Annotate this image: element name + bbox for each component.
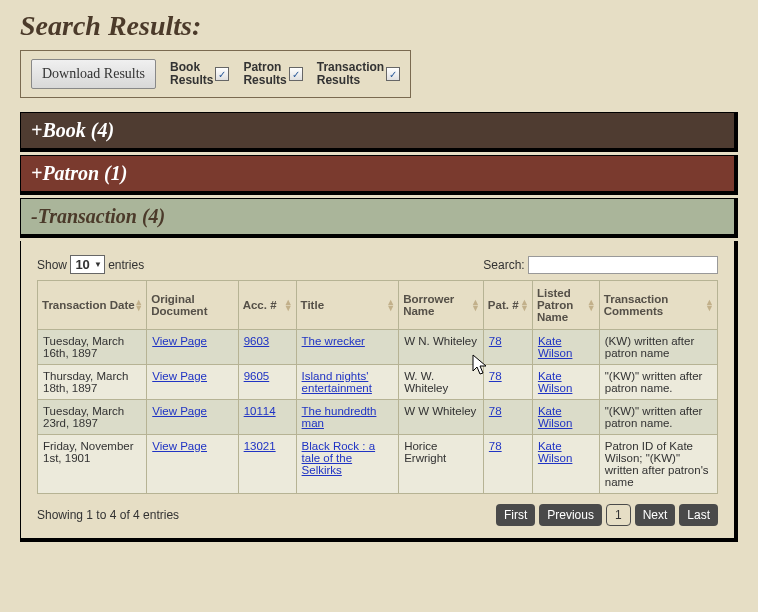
cell-comments: (KW) written after patron name [599, 330, 717, 365]
page-current[interactable]: 1 [606, 504, 631, 526]
cell-comments: Patron ID of Kate Wilson; "(KW)" written… [599, 435, 717, 494]
col-transaction-date[interactable]: Transaction Date▲▼ [38, 281, 147, 330]
book-results-checkbox[interactable]: ✓ [215, 67, 229, 81]
view-page-link[interactable]: View Page [152, 440, 207, 452]
page-first-button[interactable]: First [496, 504, 535, 526]
title-link[interactable]: Black Rock : a tale of the Selkirks [302, 440, 376, 476]
cell-borrower: W W Whiteley [399, 400, 484, 435]
col-borrower-name[interactable]: Borrower Name▲▼ [399, 281, 484, 330]
transactions-table: Transaction Date▲▼ Original Document Acc… [37, 280, 718, 494]
col-title[interactable]: Title▲▼ [296, 281, 399, 330]
patron-results-checkbox[interactable]: ✓ [289, 67, 303, 81]
sort-icon: ▲▼ [587, 299, 596, 311]
listed-patron-link[interactable]: Kate Wilson [538, 335, 573, 359]
entries-length-control: Show 10 entries [37, 255, 144, 274]
sort-icon: ▲▼ [134, 299, 143, 311]
table-row: Thursday, March 18th, 1897View Page9605I… [38, 365, 718, 400]
page-last-button[interactable]: Last [679, 504, 718, 526]
transaction-results-checkbox[interactable]: ✓ [386, 67, 400, 81]
acc-link[interactable]: 10114 [244, 405, 276, 417]
page-previous-button[interactable]: Previous [539, 504, 602, 526]
col-listed-patron-name[interactable]: Listed Patron Name▲▼ [532, 281, 599, 330]
col-original-document[interactable]: Original Document [147, 281, 238, 330]
sort-icon: ▲▼ [705, 299, 714, 311]
table-row: Tuesday, March 16th, 1897View Page9603Th… [38, 330, 718, 365]
sort-icon: ▲▼ [284, 299, 293, 311]
search-label: Search: [483, 258, 524, 272]
cell-borrower: Horice Erwright [399, 435, 484, 494]
show-label: Show [37, 258, 67, 272]
view-page-link[interactable]: View Page [152, 335, 207, 347]
accordion-transaction-header[interactable]: -Transaction (4) [20, 198, 738, 238]
table-info: Showing 1 to 4 of 4 entries [37, 508, 179, 522]
transaction-panel: Show 10 entries Search: Transaction Date… [20, 241, 738, 542]
download-results-button[interactable]: Download Results [31, 59, 156, 89]
sort-icon: ▲▼ [471, 299, 480, 311]
patron-number-link[interactable]: 78 [489, 370, 502, 382]
view-page-link[interactable]: View Page [152, 370, 207, 382]
acc-link[interactable]: 13021 [244, 440, 276, 452]
page-next-button[interactable]: Next [635, 504, 676, 526]
title-link[interactable]: The hundredth man [302, 405, 377, 429]
cell-date: Thursday, March 18th, 1897 [38, 365, 147, 400]
table-row: Tuesday, March 23rd, 1897View Page10114T… [38, 400, 718, 435]
cell-comments: "(KW)" written after patron name. [599, 400, 717, 435]
title-link[interactable]: The wrecker [302, 335, 365, 347]
transaction-results-label: Transaction Results [317, 61, 384, 87]
table-row: Friday, November 1st, 1901View Page13021… [38, 435, 718, 494]
acc-link[interactable]: 9603 [244, 335, 270, 347]
col-patron-number[interactable]: Pat. #▲▼ [483, 281, 532, 330]
cell-date: Tuesday, March 16th, 1897 [38, 330, 147, 365]
patron-number-link[interactable]: 78 [489, 405, 502, 417]
book-results-label: Book Results [170, 61, 213, 87]
acc-link[interactable]: 9605 [244, 370, 270, 382]
accordion-patron-header[interactable]: +Patron (1) [20, 155, 738, 195]
sort-icon: ▲▼ [386, 299, 395, 311]
listed-patron-link[interactable]: Kate Wilson [538, 370, 573, 394]
search-input[interactable] [528, 256, 718, 274]
patron-number-link[interactable]: 78 [489, 440, 502, 452]
listed-patron-link[interactable]: Kate Wilson [538, 440, 573, 464]
entries-select[interactable]: 10 [70, 255, 104, 274]
cell-comments: "(KW)" written after patron name. [599, 365, 717, 400]
sort-icon: ▲▼ [520, 299, 529, 311]
col-transaction-comments[interactable]: Transaction Comments▲▼ [599, 281, 717, 330]
cell-date: Tuesday, March 23rd, 1897 [38, 400, 147, 435]
entries-label: entries [108, 258, 144, 272]
accordion-book-header[interactable]: +Book (4) [20, 112, 738, 152]
pagination: First Previous 1 Next Last [496, 504, 718, 526]
cell-borrower: W. W. Whiteley [399, 365, 484, 400]
col-acc-number[interactable]: Acc. #▲▼ [238, 281, 296, 330]
view-page-link[interactable]: View Page [152, 405, 207, 417]
cell-date: Friday, November 1st, 1901 [38, 435, 147, 494]
cell-borrower: W N. Whiteley [399, 330, 484, 365]
patron-results-label: Patron Results [243, 61, 286, 87]
page-title: Search Results: [20, 10, 738, 42]
patron-number-link[interactable]: 78 [489, 335, 502, 347]
title-link[interactable]: Island nights' entertainment [302, 370, 372, 394]
download-controls: Download Results Book Results ✓ Patron R… [20, 50, 411, 98]
listed-patron-link[interactable]: Kate Wilson [538, 405, 573, 429]
